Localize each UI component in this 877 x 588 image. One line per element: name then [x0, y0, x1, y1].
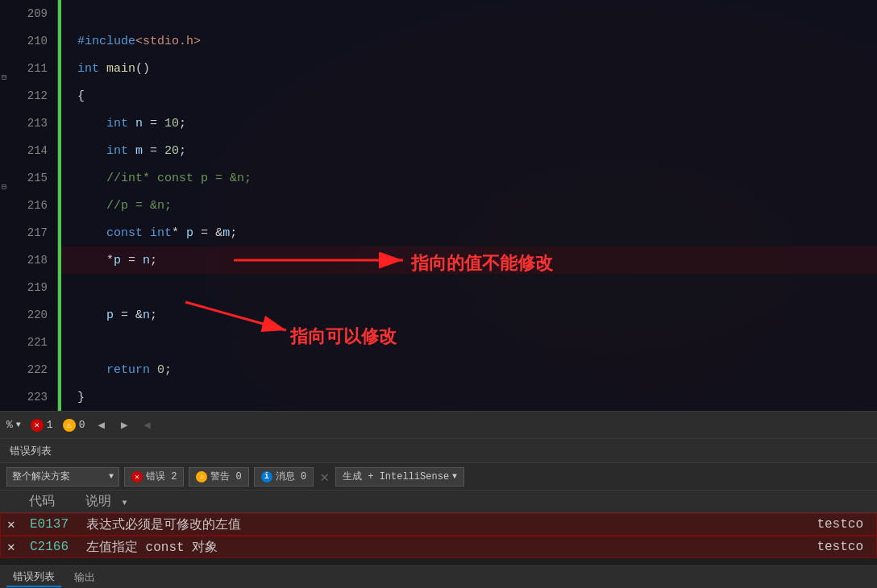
- keyword-int-n: int: [106, 117, 128, 130]
- error-row-c2166[interactable]: ✕ C2166 左值指定 const 对象 testco: [0, 536, 877, 558]
- code-line-218: *p = n;: [61, 246, 877, 274]
- warning-count: 0: [79, 419, 85, 431]
- percentage-label: %: [6, 419, 13, 431]
- error-code-e0137: E0137: [30, 517, 86, 532]
- op-assign2: =: [143, 144, 164, 158]
- error-icon-c2166: ✕: [7, 539, 15, 555]
- tab-error-list[interactable]: 错误列表: [6, 568, 61, 587]
- code-line-221: [61, 329, 877, 356]
- code-editor: 209 210 ⊟ 211 212 213 214 ⊟ 215 216 217 …: [0, 0, 877, 411]
- panel-header: 错误列表: [0, 439, 877, 463]
- line-number-220: 220: [0, 301, 57, 329]
- line-number-214: 214: [0, 137, 57, 164]
- status-percentage[interactable]: % ▼: [6, 419, 21, 431]
- info-filter-button[interactable]: i 消息 0: [254, 467, 314, 487]
- toolbar-separator: ✕: [318, 468, 330, 486]
- error-desc-c2166: 左值指定 const 对象: [86, 539, 773, 556]
- var-n: n: [135, 117, 143, 130]
- line-number-221: 221: [0, 329, 57, 356]
- gen-filter-dropdown[interactable]: 生成 + IntelliSense ▼: [335, 467, 464, 487]
- keyword-int-217: int: [150, 226, 172, 240]
- comment-215: //int* const p = &n;: [106, 172, 251, 185]
- line-number-222: 222: [0, 356, 57, 383]
- code-line-220: p = &n;: [61, 301, 877, 329]
- paren-open: (): [135, 62, 150, 76]
- col-header-code[interactable]: 代码: [29, 493, 85, 510]
- line-number-219: 219: [0, 274, 57, 301]
- error-row-e0137[interactable]: ✕ E0137 表达式必须是可修改的左值 testco: [0, 513, 877, 536]
- code-content[interactable]: #include<stdio.h> int main() { int n = 1…: [61, 0, 877, 411]
- keyword-const: const: [106, 226, 143, 240]
- error-code-c2166: C2166: [30, 540, 86, 554]
- code-line-211: int main(): [61, 55, 877, 82]
- nav-forward-button[interactable]: ▶: [118, 416, 131, 433]
- line-number-209: 209: [0, 0, 57, 27]
- filter-label: 整个解决方案: [12, 470, 70, 483]
- status-warnings: ⚠ 0: [63, 419, 85, 432]
- info-filter-label: 消息 0: [276, 470, 306, 483]
- include-file: <stdio.h>: [135, 35, 201, 48]
- var-p-220: p: [106, 308, 114, 322]
- code-line-213: int n = 10;: [61, 110, 877, 137]
- error-filter-button[interactable]: ✕ 错误 2: [124, 467, 184, 487]
- func-name-main: main: [106, 62, 135, 76]
- error-row-icon-2: ✕: [7, 539, 30, 555]
- gen-label: 生成 + IntelliSense: [343, 470, 449, 483]
- line-number-223: 223: [0, 383, 57, 411]
- error-filter-icon: ✕: [131, 471, 143, 482]
- code-line-210: #include<stdio.h>: [61, 27, 877, 55]
- code-line-219: [61, 274, 877, 301]
- warning-filter-button[interactable]: ⚠ 警告 0: [189, 467, 248, 487]
- code-line-209: [61, 0, 877, 27]
- info-filter-icon: i: [261, 471, 272, 482]
- code-line-215: //int* const p = &n;: [61, 164, 877, 192]
- line-number-218: 218: [0, 246, 57, 274]
- var-n-220: n: [143, 308, 150, 322]
- keyword-int-main: int: [77, 62, 99, 76]
- op-assign: =: [143, 117, 164, 130]
- var-m-217: m: [222, 226, 230, 240]
- code-line-222: return 0;: [61, 356, 877, 383]
- collapse-icon-215[interactable]: ⊟: [2, 174, 10, 182]
- error-project-e0137: testco: [773, 517, 870, 532]
- panel-toolbar: 整个解决方案 ▼ ✕ 错误 2 ⚠ 警告 0 i 消息 0 ✕ 生成 + Int…: [0, 463, 877, 491]
- line-number-211: ⊟ 211: [0, 55, 57, 82]
- line-number-213: 213: [0, 110, 57, 137]
- var-p-217: p: [186, 226, 193, 240]
- space: [99, 62, 106, 76]
- status-errors: ✕ 1: [31, 419, 53, 432]
- error-count: 1: [47, 419, 53, 431]
- collapse-icon-211[interactable]: ⊟: [2, 64, 10, 72]
- error-panel: 错误列表 整个解决方案 ▼ ✕ 错误 2 ⚠ 警告 0 i 消息 0 ✕ 生成 …: [0, 438, 877, 588]
- var-p-218: p: [114, 254, 121, 267]
- keyword-return: return: [106, 363, 150, 377]
- brace-open: {: [77, 89, 85, 103]
- num-20: 20: [164, 144, 179, 158]
- error-icon-e0137: ✕: [7, 516, 15, 532]
- code-line-214: int m = 20;: [61, 137, 877, 164]
- code-line-223: }: [61, 383, 877, 411]
- keyword-int-m: int: [106, 144, 128, 158]
- error-project-c2166: testco: [773, 540, 870, 554]
- var-n-218: n: [143, 254, 150, 267]
- col-header-desc[interactable]: 说明 ▼: [85, 493, 774, 510]
- line-number-210: 210: [0, 27, 57, 55]
- code-line-216: //p = &n;: [61, 192, 877, 219]
- nav-extra-button: ◀: [140, 416, 153, 433]
- comment-216: //p = &n;: [106, 199, 172, 213]
- error-row-icon-1: ✕: [7, 516, 30, 532]
- nav-back-button[interactable]: ◀: [94, 416, 107, 433]
- tab-output[interactable]: 输出: [68, 569, 102, 586]
- code-line-217: const int* p = &m;: [61, 219, 877, 246]
- panel-title: 错误列表: [10, 444, 52, 458]
- var-m: m: [135, 144, 143, 158]
- error-desc-e0137: 表达式必须是可修改的左值: [86, 516, 773, 533]
- line-number-212: 212: [0, 82, 57, 110]
- num-10: 10: [164, 117, 179, 130]
- code-line-212: {: [61, 82, 877, 110]
- solution-filter-dropdown[interactable]: 整个解决方案 ▼: [6, 467, 119, 487]
- line-number-216: 216: [0, 192, 57, 219]
- line-number-215: ⊟ 215: [0, 164, 57, 192]
- warning-filter-icon: ⚠: [196, 471, 207, 482]
- error-status-icon: ✕: [31, 419, 44, 432]
